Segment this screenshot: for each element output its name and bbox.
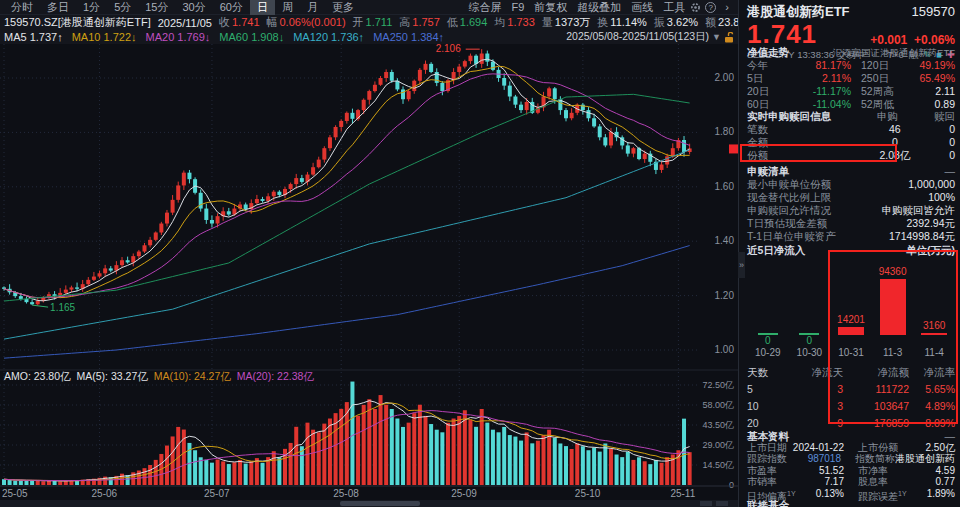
help-icon[interactable]: ? [705, 2, 716, 13]
flow-zero-line [758, 333, 778, 335]
x-axis-label: 25-07 [204, 488, 230, 499]
tool-综合屏[interactable]: 综合屏 [463, 0, 506, 15]
candle [513, 96, 517, 104]
basic-label: 上市份额 [858, 442, 898, 453]
candle [171, 200, 175, 213]
x-axis-label: 25-08 [333, 488, 359, 499]
collapse-dash-icon2[interactable]: — [945, 430, 956, 442]
tool-超级叠加[interactable]: 超级叠加 [572, 0, 626, 15]
basic-label: 市净率 [858, 465, 888, 476]
panel-collapse-handle[interactable]: » [738, 252, 745, 278]
subscribe-row: 份额2.08亿0 [747, 149, 955, 162]
basic-value: 2.50亿 [898, 442, 955, 453]
tab-周[interactable]: 周 [275, 0, 300, 15]
flow-col-11-3: 9436011-3 [872, 259, 914, 359]
scrollbar-thumb[interactable] [340, 501, 420, 506]
volume-bar [395, 419, 399, 485]
ma-legend-MA20: MA20 1.769↓ [146, 31, 211, 43]
section-title-subscribe[interactable]: 实时申购赎回信息 [747, 110, 841, 123]
tab-5分[interactable]: 5分 [107, 0, 138, 15]
tab-分时[interactable]: 分时 [4, 0, 40, 15]
candle [176, 185, 180, 199]
collapse-dash-icon[interactable]: — [945, 165, 956, 178]
basic-label: 跟踪指数 [747, 453, 787, 464]
candle [69, 287, 73, 289]
chevron-right-icon[interactable]: › [720, 1, 734, 13]
sub-label: 金额 [747, 136, 841, 149]
field-value: 1.733 [507, 16, 535, 28]
flow-bar-value: 3160 [923, 320, 945, 331]
volume-bar [13, 481, 17, 485]
tab-1分[interactable]: 1分 [76, 0, 107, 15]
shred-label: 现金替代比例上限 [747, 191, 831, 204]
volume-bar [356, 416, 360, 485]
tab-30分[interactable]: 30分 [176, 0, 213, 15]
volume-bar [75, 481, 79, 485]
basic-label: 指数简称 [855, 453, 895, 464]
col-subscribe: 申购 [877, 110, 898, 123]
volume-bar [148, 465, 152, 485]
section-title-shredlist[interactable]: 申赎清单 [747, 165, 789, 178]
candle [480, 54, 484, 64]
gear-icon[interactable] [690, 2, 701, 13]
tool-画线[interactable]: 画线 [626, 0, 658, 15]
subscribe-redeem-section: 实时申购赎回信息 申购 赎回 笔数460金额00份额2.08亿0 [739, 110, 960, 162]
volume-bar [643, 461, 647, 485]
vol-legend-MA20: MA(20): 22.38亿 [237, 370, 314, 382]
tab-月[interactable]: 月 [300, 0, 325, 15]
tab-60分[interactable]: 60分 [213, 0, 250, 15]
volume-bar [575, 443, 579, 485]
perf-label: 5日 [747, 72, 763, 85]
perf-value: 65.49% [919, 72, 955, 85]
volume-bar [581, 446, 585, 485]
candle [322, 148, 326, 159]
candle [586, 110, 590, 118]
candle [272, 192, 276, 197]
field-value: 1373万 [555, 16, 590, 28]
volume-bar [8, 480, 12, 485]
candlestick-chart[interactable]: 2.001.801.601.401.201.0072.50亿58.00亿43.5… [0, 44, 738, 507]
unlock-icon[interactable] [724, 32, 734, 43]
tool-前复权[interactable]: 前复权 [529, 0, 572, 15]
perf-label: 250日 [861, 72, 889, 85]
chart-workspace: 分时多日1分5分15分30分60分日周月更多 综合屏F9前复权超级叠加画线工具?… [0, 0, 738, 507]
section-title-perf[interactable]: 净值走势 [747, 46, 789, 59]
ma-legend-MA120: MA120 1.736↑ [293, 31, 364, 43]
chevron-down-icon[interactable]: ▼ [712, 32, 721, 42]
scrollbar-btn[interactable] [700, 501, 712, 506]
section-title-linked[interactable]: 联接基金 [747, 499, 789, 507]
candle [401, 89, 405, 99]
section-title-flow[interactable]: 近5日净流入 [747, 244, 805, 257]
tool-工具[interactable]: 工具 [658, 0, 690, 15]
flow-td-days: 10 [747, 398, 789, 415]
volume-axis-label: 43.50亿 [702, 420, 734, 430]
basic-row: 市销率7.17股息率0.77 [747, 476, 955, 487]
candle [317, 160, 321, 168]
volume-bar [390, 409, 394, 485]
candle [603, 137, 607, 145]
tab-更多[interactable]: 更多 [325, 0, 361, 15]
horizontal-scrollbar[interactable] [0, 500, 738, 507]
flow-bar [880, 279, 906, 335]
field-label: 额 [705, 16, 716, 28]
field-value: 1.694 [460, 16, 488, 28]
tab-日[interactable]: 日 [250, 0, 275, 15]
volume-bar [362, 405, 366, 485]
candle [373, 85, 377, 91]
tab-多日[interactable]: 多日 [40, 0, 76, 15]
tool-F9[interactable]: F9 [506, 1, 529, 13]
volume-bar [558, 443, 562, 485]
flow-date-label: 10-29 [755, 347, 781, 359]
candle [216, 216, 220, 223]
low-annotation: 1.165 [50, 302, 75, 313]
tab-15分[interactable]: 15分 [138, 0, 175, 15]
ma-legend-bar: MA5 1.737↑MA10 1.722↓MA20 1.769↓MA60 1.9… [0, 30, 738, 44]
volume-bar [598, 452, 602, 485]
volume-bar [204, 460, 208, 485]
scrollbar-btn2[interactable] [716, 501, 728, 506]
field-value: 1.757 [412, 16, 440, 28]
basic-label: 股息率 [858, 476, 888, 487]
volume-bar [637, 457, 641, 485]
section-title-basic[interactable]: 基本资料 [747, 430, 789, 442]
date-range[interactable]: 2025/05/08-2025/11/05(123日) [566, 30, 709, 44]
